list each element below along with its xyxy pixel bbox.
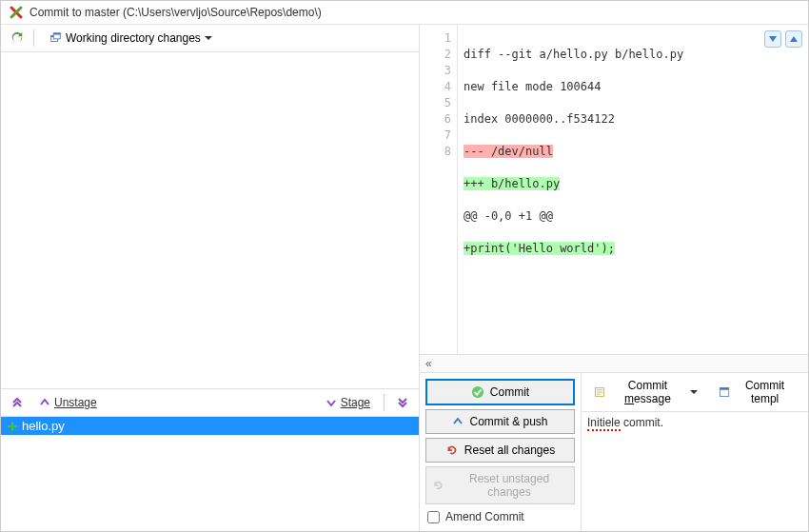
line-gutter: 1 2 3 4 5 6 7 8 — [420, 25, 458, 354]
message-toolbar: Commit message Commit templ — [582, 373, 808, 412]
unstage-button[interactable]: Unstage — [33, 394, 103, 411]
collapse-icon: « — [425, 357, 432, 370]
undo-icon — [445, 443, 459, 457]
up-solid-icon — [789, 34, 799, 44]
working-dir-label: Working directory changes — [66, 31, 201, 45]
template-icon — [719, 385, 730, 399]
reset-unstaged-button: Reset unstaged changes — [425, 466, 575, 504]
reset-all-label: Reset all changes — [464, 443, 555, 457]
commit-buttons-column: Commit Commit & push Reset all chan — [420, 373, 582, 531]
prev-diff-button[interactable] — [785, 30, 802, 48]
reset-unstaged-label: Reset unstaged changes — [450, 472, 568, 499]
amend-checkbox[interactable] — [427, 511, 440, 523]
file-row[interactable]: hello.py — [1, 417, 419, 435]
commit-push-label: Commit & push — [469, 415, 547, 428]
caret-down-icon — [205, 36, 212, 40]
check-circle-icon — [471, 385, 484, 399]
staged-list[interactable]: hello.py — [1, 417, 419, 531]
svg-rect-3 — [53, 33, 60, 35]
working-dir-dropdown[interactable]: Working directory changes — [40, 29, 221, 48]
undo-disabled-icon — [432, 479, 444, 492]
unstage-all-button[interactable] — [7, 392, 28, 413]
separator — [384, 394, 385, 411]
titlebar: Commit to master (C:\Users\vervljo\Sourc… — [1, 1, 808, 25]
commit-message-text: Initiele commit. — [587, 416, 663, 429]
collapse-handle[interactable]: « — [420, 354, 808, 373]
unstaged-list[interactable] — [1, 52, 419, 388]
commit-push-button[interactable]: Commit & push — [425, 409, 575, 434]
double-down-icon — [397, 397, 408, 408]
diff-code: diff --git a/hello.py b/hello.py new fil… — [458, 25, 808, 354]
commit-window: Commit to master (C:\Users\vervljo\Sourc… — [0, 0, 809, 532]
right-pane: 1 2 3 4 5 6 7 8 diff --git a/hello.py b/… — [420, 25, 808, 531]
left-toolbar: Working directory changes — [1, 25, 419, 52]
svg-point-4 — [472, 386, 483, 398]
app-icon — [9, 5, 24, 20]
next-diff-button[interactable] — [764, 30, 781, 48]
down-arrow-icon — [326, 397, 337, 408]
left-pane: Working directory changes Unstage — [1, 25, 420, 531]
commit-message-input[interactable]: Initiele commit. — [582, 412, 808, 531]
amend-label: Amend Commit — [445, 510, 524, 523]
stage-label: Stage — [341, 396, 370, 409]
window-title: Commit to master (C:\Users\vervljo\Sourc… — [30, 6, 322, 19]
diff-nav — [764, 30, 802, 48]
stage-button[interactable]: Stage — [320, 394, 376, 411]
double-up-icon — [11, 397, 23, 408]
commit-label: Commit — [490, 385, 529, 399]
note-icon — [594, 385, 605, 399]
up-push-icon — [452, 416, 464, 427]
plus-icon — [7, 421, 18, 432]
caret-down-icon — [690, 390, 698, 394]
window-stack-icon — [49, 31, 62, 45]
svg-rect-7 — [720, 387, 728, 389]
amend-checkbox-row[interactable]: Amend Commit — [425, 508, 575, 525]
commit-row: Commit Commit & push Reset all chan — [420, 373, 808, 531]
commit-message-dropdown[interactable]: Commit message — [585, 376, 706, 408]
unstage-label: Unstage — [54, 396, 97, 409]
refresh-button[interactable] — [7, 28, 28, 49]
commit-message-dropdown-label: Commit message — [609, 379, 686, 405]
message-column: Commit message Commit templ Initie — [582, 373, 808, 531]
stage-toolbar: Unstage Stage — [1, 388, 419, 417]
separator — [33, 30, 34, 47]
down-solid-icon — [768, 34, 778, 44]
refresh-icon — [10, 31, 24, 45]
commit-button[interactable]: Commit — [425, 379, 575, 405]
commit-template-label: Commit templ — [734, 379, 796, 405]
up-arrow-icon — [39, 397, 50, 408]
file-name: hello.py — [22, 419, 65, 433]
reset-all-button[interactable]: Reset all changes — [425, 438, 575, 463]
body: Working directory changes Unstage — [1, 25, 808, 531]
commit-template-button[interactable]: Commit templ — [710, 376, 804, 408]
diff-view[interactable]: 1 2 3 4 5 6 7 8 diff --git a/hello.py b/… — [420, 25, 808, 354]
stage-all-button[interactable] — [392, 392, 413, 413]
